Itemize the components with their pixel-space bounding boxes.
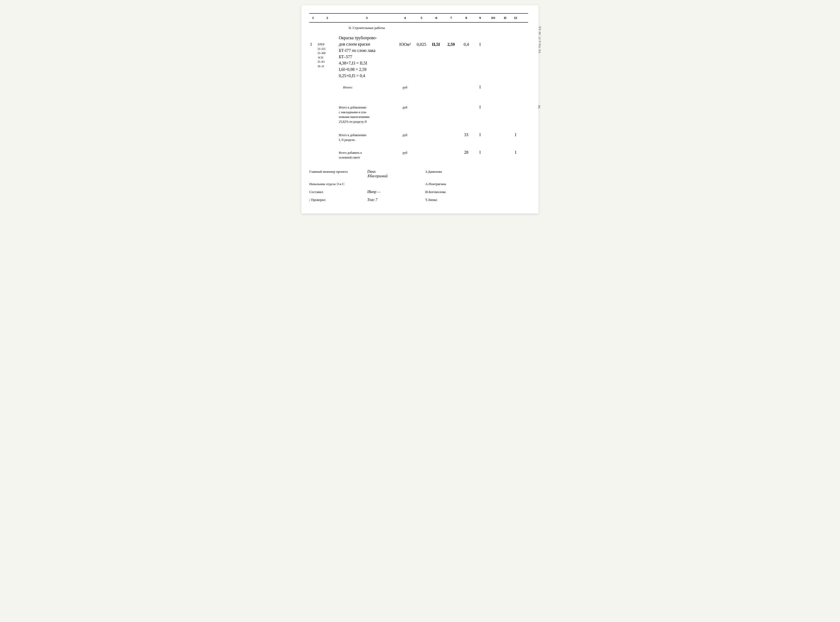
col-header-10: IO bbox=[487, 15, 500, 21]
footer-sig-4: Тоас 7 bbox=[367, 198, 425, 202]
itogo-val-1: I bbox=[473, 84, 487, 90]
itogo-unit-3: руб bbox=[396, 128, 414, 138]
col-header-11: II bbox=[500, 15, 510, 21]
row-col7: 2,59 bbox=[443, 34, 459, 47]
main-data-row: I ЕРЕР I3–I25 I3–I68 ЗСН I5–IO I8–2I Окр… bbox=[309, 32, 528, 82]
itogo-unit-1: руб bbox=[396, 85, 414, 90]
footer-section: Главный инженер проекта DausХбасеримий З… bbox=[309, 169, 528, 202]
col-header-7: 7 bbox=[443, 15, 459, 21]
itogo-label-4: Всего добавить к основной смете bbox=[338, 150, 396, 160]
footer-row-3: Составил IBanp — И.Богомолова bbox=[309, 190, 528, 194]
col-header-1: I bbox=[309, 15, 317, 21]
itogo-val3-col8: 33 bbox=[459, 128, 473, 138]
column-headers: I 2 3 4 5 ·6 7 8 9 IO II I2 bbox=[309, 13, 528, 23]
row-col2: ЕРЕР I3–I25 I3–I68 ЗСН I5–IO I8–2I bbox=[317, 34, 338, 69]
row-col1: I bbox=[309, 34, 317, 47]
section-title-text: II. Строительные работы bbox=[338, 25, 396, 30]
row-col6: II,5I bbox=[429, 34, 443, 47]
itogo-val3-col12: I bbox=[510, 128, 521, 138]
footer-name-2: А.Понтрягина bbox=[425, 182, 446, 186]
col-header-12: I2 bbox=[510, 15, 521, 21]
itogo-val-2: I bbox=[473, 93, 487, 110]
itogo-val3-col9: I bbox=[473, 128, 487, 138]
col-header-4: 4 bbox=[396, 15, 414, 21]
itogo-val4-col9: I bbox=[473, 146, 487, 156]
row-col8: 0,4 bbox=[459, 34, 473, 47]
row-col3: Окраска трубопрово- дов слоем краски БТ-… bbox=[338, 34, 396, 79]
itogo-label-3: Итого к добавлению I, II раздела . bbox=[338, 132, 396, 143]
row-col4: IOOм² bbox=[396, 34, 414, 47]
col-header-8: 8 bbox=[459, 15, 473, 21]
itogo-val4-col12: I bbox=[510, 146, 521, 156]
col-header-6: ·6 bbox=[429, 15, 443, 21]
itogo-row-4: Всего добавить к основной смете руб 28 I… bbox=[309, 144, 528, 162]
footer-label-3: Составил bbox=[309, 190, 367, 194]
footer-label-1: Главный инженер проекта bbox=[309, 169, 367, 174]
document-page: ТП 704-4-37. 86 АД 54 I 2 3 4 5 ·6 7 8 9… bbox=[301, 5, 539, 213]
footer-sig-3: IBanp — bbox=[367, 190, 425, 194]
sidebar-label-bottom: 54 bbox=[537, 105, 541, 108]
footer-name-1: З.Данилова bbox=[425, 169, 442, 174]
itogo-row-2: Итого к добавлению с накладными и пла- н… bbox=[309, 91, 528, 126]
col-header-3: 3 bbox=[338, 15, 396, 21]
footer-name-4: Т.Липко bbox=[425, 198, 437, 202]
section-title-row: II. Строительные работы bbox=[309, 23, 528, 32]
row-col5: 0,025 bbox=[414, 34, 429, 47]
footer-sig-1: DausХбасеримий bbox=[367, 169, 425, 178]
itogo-label-1: Итого: bbox=[338, 85, 396, 90]
col-header-2: 2 bbox=[317, 15, 338, 21]
footer-row-1: Главный инженер проекта DausХбасеримий З… bbox=[309, 169, 528, 178]
row-col9: I bbox=[473, 34, 487, 47]
footer-row-2: Начальник отдела Э и С А.Понтрягина bbox=[309, 182, 528, 186]
itogo-unit-2: руб bbox=[396, 94, 414, 110]
col-header-5: 5 bbox=[414, 15, 429, 21]
col-header-9: 9 bbox=[473, 15, 487, 21]
footer-row-4: / Проверил Тоас 7 Т.Липко bbox=[309, 198, 528, 202]
itogo-row-3: Итого к добавлению I, II раздела . руб 3… bbox=[309, 126, 528, 144]
itogo-unit-4: руб bbox=[396, 147, 414, 156]
footer-label-2: Начальник отдела Э и С bbox=[309, 182, 367, 186]
itogo-row-1: Итого: руб I bbox=[309, 82, 528, 91]
footer-name-3: И.Богомолова bbox=[425, 190, 446, 194]
itogo-val4-col8: 28 bbox=[459, 146, 473, 156]
itogo-label-2: Итого к добавлению с накладными и пла- н… bbox=[338, 105, 396, 125]
sidebar-label-top: ТП 704-4-37. 86 АД bbox=[538, 26, 541, 53]
footer-label-4: / Проверил bbox=[309, 198, 367, 202]
